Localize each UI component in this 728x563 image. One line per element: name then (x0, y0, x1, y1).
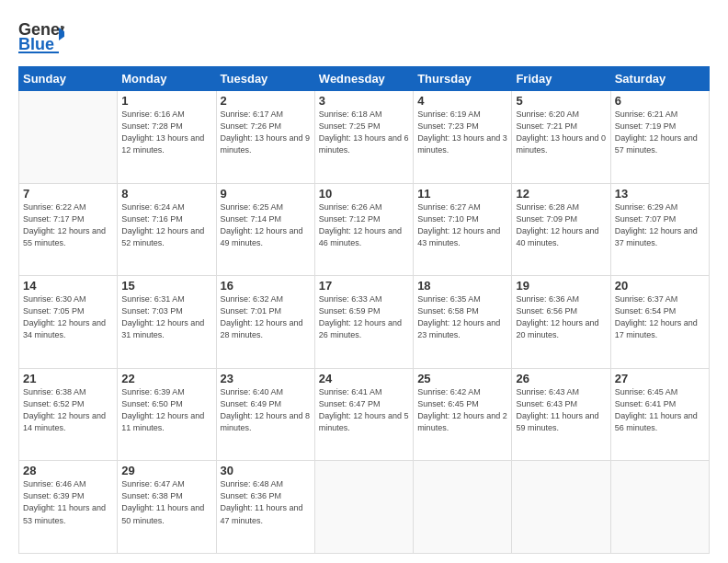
day-info: Sunrise: 6:25 AMSunset: 7:14 PMDaylight:… (221, 201, 311, 249)
day-info: Sunrise: 6:17 AMSunset: 7:26 PMDaylight:… (221, 109, 311, 156)
calendar-cell: 26Sunrise: 6:43 AMSunset: 6:43 PMDayligh… (512, 368, 610, 461)
day-info: Sunrise: 6:27 AMSunset: 7:10 PMDaylight:… (417, 201, 507, 249)
calendar-cell (512, 461, 610, 554)
day-number: 19 (516, 279, 606, 293)
header: General Blue (18, 17, 710, 59)
day-number: 7 (23, 187, 113, 201)
svg-text:Blue: Blue (18, 35, 54, 53)
day-info: Sunrise: 6:37 AMSunset: 6:54 PMDaylight:… (615, 293, 705, 341)
day-number: 21 (23, 372, 113, 385)
calendar-cell: 7Sunrise: 6:22 AMSunset: 7:17 PMDaylight… (19, 183, 118, 276)
calendar-cell: 4Sunrise: 6:19 AMSunset: 7:23 PMDaylight… (414, 91, 512, 184)
calendar-cell (314, 461, 413, 554)
day-number: 25 (417, 372, 507, 385)
calendar-cell: 27Sunrise: 6:45 AMSunset: 6:41 PMDayligh… (610, 368, 709, 461)
day-number: 4 (417, 94, 507, 108)
day-number: 6 (615, 94, 705, 108)
day-info: Sunrise: 6:26 AMSunset: 7:12 PMDaylight:… (319, 201, 409, 249)
day-info: Sunrise: 6:18 AMSunset: 7:25 PMDaylight:… (319, 109, 409, 156)
calendar-cell: 23Sunrise: 6:40 AMSunset: 6:49 PMDayligh… (216, 368, 314, 461)
weekday-header-tuesday: Tuesday (216, 67, 314, 91)
day-number: 16 (221, 279, 311, 293)
day-number: 13 (615, 187, 705, 201)
weekday-header-row: SundayMondayTuesdayWednesdayThursdayFrid… (19, 67, 710, 91)
day-number: 2 (221, 94, 311, 108)
day-number: 23 (221, 372, 311, 385)
day-info: Sunrise: 6:48 AMSunset: 6:36 PMDaylight:… (221, 478, 311, 526)
day-number: 27 (615, 372, 705, 385)
weekday-header-friday: Friday (512, 67, 610, 91)
day-number: 29 (121, 464, 211, 477)
calendar-cell: 28Sunrise: 6:46 AMSunset: 6:39 PMDayligh… (19, 461, 118, 554)
day-info: Sunrise: 6:22 AMSunset: 7:17 PMDaylight:… (23, 201, 113, 249)
day-info: Sunrise: 6:31 AMSunset: 7:03 PMDaylight:… (121, 293, 211, 341)
day-number: 20 (615, 279, 705, 293)
day-info: Sunrise: 6:39 AMSunset: 6:50 PMDaylight:… (121, 386, 211, 434)
calendar-cell: 12Sunrise: 6:28 AMSunset: 7:09 PMDayligh… (512, 183, 610, 276)
calendar-cell: 11Sunrise: 6:27 AMSunset: 7:10 PMDayligh… (414, 183, 512, 276)
week-row-1: 1Sunrise: 6:16 AMSunset: 7:28 PMDaylight… (19, 91, 710, 184)
day-number: 28 (23, 464, 113, 477)
day-info: Sunrise: 6:16 AMSunset: 7:28 PMDaylight:… (121, 109, 211, 156)
day-info: Sunrise: 6:35 AMSunset: 6:58 PMDaylight:… (417, 293, 507, 341)
calendar-cell: 15Sunrise: 6:31 AMSunset: 7:03 PMDayligh… (118, 276, 216, 369)
day-info: Sunrise: 6:30 AMSunset: 7:05 PMDaylight:… (23, 293, 113, 341)
day-number: 22 (121, 372, 211, 385)
logo: General Blue (18, 17, 68, 59)
day-info: Sunrise: 6:46 AMSunset: 6:39 PMDaylight:… (23, 478, 113, 526)
day-number: 24 (319, 372, 409, 385)
calendar-cell: 5Sunrise: 6:20 AMSunset: 7:21 PMDaylight… (512, 91, 610, 184)
week-row-4: 21Sunrise: 6:38 AMSunset: 6:52 PMDayligh… (19, 368, 710, 461)
calendar-cell: 20Sunrise: 6:37 AMSunset: 6:54 PMDayligh… (610, 276, 709, 369)
calendar-cell: 25Sunrise: 6:42 AMSunset: 6:45 PMDayligh… (414, 368, 512, 461)
day-number: 11 (417, 187, 507, 201)
calendar-cell: 18Sunrise: 6:35 AMSunset: 6:58 PMDayligh… (414, 276, 512, 369)
calendar-cell: 17Sunrise: 6:33 AMSunset: 6:59 PMDayligh… (314, 276, 413, 369)
day-number: 8 (121, 187, 211, 201)
day-info: Sunrise: 6:33 AMSunset: 6:59 PMDaylight:… (319, 293, 409, 341)
day-number: 12 (516, 187, 606, 201)
day-number: 18 (417, 279, 507, 293)
calendar-cell: 10Sunrise: 6:26 AMSunset: 7:12 PMDayligh… (314, 183, 413, 276)
day-number: 15 (121, 279, 211, 293)
day-info: Sunrise: 6:28 AMSunset: 7:09 PMDaylight:… (516, 201, 606, 249)
calendar-cell: 14Sunrise: 6:30 AMSunset: 7:05 PMDayligh… (19, 276, 118, 369)
week-row-5: 28Sunrise: 6:46 AMSunset: 6:39 PMDayligh… (19, 461, 710, 554)
weekday-header-monday: Monday (118, 67, 216, 91)
weekday-header-wednesday: Wednesday (314, 67, 413, 91)
day-info: Sunrise: 6:40 AMSunset: 6:49 PMDaylight:… (221, 386, 311, 434)
day-info: Sunrise: 6:42 AMSunset: 6:45 PMDaylight:… (417, 386, 507, 434)
day-info: Sunrise: 6:41 AMSunset: 6:47 PMDaylight:… (319, 386, 409, 434)
week-row-3: 14Sunrise: 6:30 AMSunset: 7:05 PMDayligh… (19, 276, 710, 369)
day-number: 14 (23, 279, 113, 293)
day-info: Sunrise: 6:47 AMSunset: 6:38 PMDaylight:… (121, 478, 211, 526)
logo-icon: General Blue (18, 17, 64, 59)
calendar-cell: 30Sunrise: 6:48 AMSunset: 6:36 PMDayligh… (216, 461, 314, 554)
day-info: Sunrise: 6:36 AMSunset: 6:56 PMDaylight:… (516, 293, 606, 341)
calendar-cell: 22Sunrise: 6:39 AMSunset: 6:50 PMDayligh… (118, 368, 216, 461)
day-info: Sunrise: 6:24 AMSunset: 7:16 PMDaylight:… (121, 201, 211, 249)
calendar-cell: 21Sunrise: 6:38 AMSunset: 6:52 PMDayligh… (19, 368, 118, 461)
weekday-header-sunday: Sunday (19, 67, 118, 91)
calendar-cell: 29Sunrise: 6:47 AMSunset: 6:38 PMDayligh… (118, 461, 216, 554)
calendar-cell: 1Sunrise: 6:16 AMSunset: 7:28 PMDaylight… (118, 91, 216, 184)
day-number: 17 (319, 279, 409, 293)
calendar-cell: 16Sunrise: 6:32 AMSunset: 7:01 PMDayligh… (216, 276, 314, 369)
day-info: Sunrise: 6:19 AMSunset: 7:23 PMDaylight:… (417, 109, 507, 156)
day-info: Sunrise: 6:43 AMSunset: 6:43 PMDaylight:… (516, 386, 606, 434)
calendar-cell (19, 91, 118, 184)
calendar-cell (610, 461, 709, 554)
calendar-cell (414, 461, 512, 554)
weekday-header-saturday: Saturday (610, 67, 709, 91)
calendar-cell: 19Sunrise: 6:36 AMSunset: 6:56 PMDayligh… (512, 276, 610, 369)
day-info: Sunrise: 6:45 AMSunset: 6:41 PMDaylight:… (615, 386, 705, 434)
day-number: 26 (516, 372, 606, 385)
day-number: 5 (516, 94, 606, 108)
calendar-cell: 9Sunrise: 6:25 AMSunset: 7:14 PMDaylight… (216, 183, 314, 276)
day-number: 3 (319, 94, 409, 108)
calendar-cell: 8Sunrise: 6:24 AMSunset: 7:16 PMDaylight… (118, 183, 216, 276)
day-info: Sunrise: 6:38 AMSunset: 6:52 PMDaylight:… (23, 386, 113, 434)
calendar-cell: 3Sunrise: 6:18 AMSunset: 7:25 PMDaylight… (314, 91, 413, 184)
calendar-table: SundayMondayTuesdayWednesdayThursdayFrid… (18, 66, 710, 554)
day-info: Sunrise: 6:20 AMSunset: 7:21 PMDaylight:… (516, 109, 606, 156)
